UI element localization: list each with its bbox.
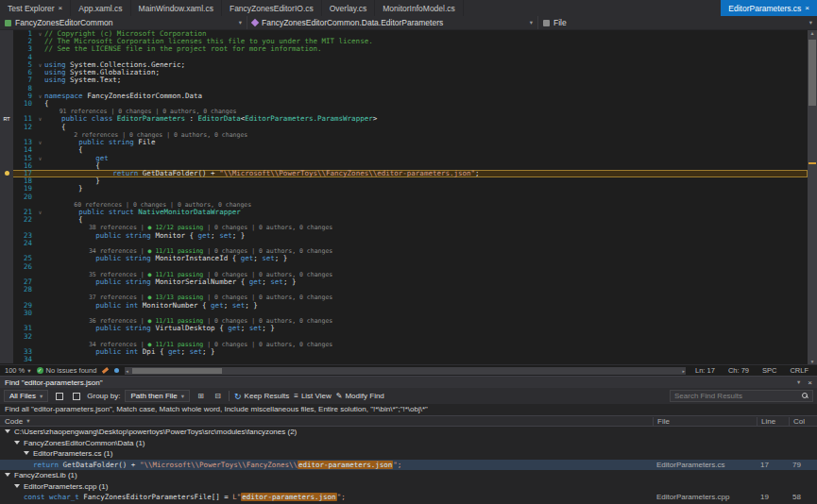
- project-dropdown[interactable]: FancyZonesEditorCommon ▾: [0, 16, 247, 29]
- document-tab[interactable]: MainWindow.xaml.cs: [131, 0, 222, 16]
- scope-dropdown[interactable]: All Files ▾: [4, 390, 48, 402]
- code-line[interactable]: 20: [0, 193, 808, 201]
- expander-icon[interactable]: [5, 429, 10, 433]
- code-line[interactable]: 2// The Microsoft Corporation licenses t…: [0, 38, 808, 45]
- code-line[interactable]: 34: [0, 356, 808, 363]
- fold-chevron-icon[interactable]: ∨: [36, 115, 44, 123]
- code-line[interactable]: 32: [0, 333, 808, 341]
- scrollbar-thumb[interactable]: [132, 368, 222, 374]
- code-line[interactable]: 18 }: [0, 177, 808, 185]
- code-line[interactable]: 1∨// Copyright (c) Microsoft Corporation: [0, 30, 808, 38]
- fold-chevron-icon[interactable]: ∨: [36, 30, 44, 38]
- scroll-down-icon[interactable]: ▼: [808, 359, 817, 364]
- scrollbar-thumb[interactable]: [808, 40, 816, 106]
- find-group-row[interactable]: FancyZonesLib (1): [0, 470, 817, 481]
- code-line[interactable]: 15∨ get: [0, 155, 808, 162]
- code-line[interactable]: 26: [0, 263, 808, 271]
- document-tab[interactable]: FancyZonesEditorIO.cs: [222, 0, 322, 16]
- active-document-tab[interactable]: EditorParameters.cs ×: [721, 0, 817, 16]
- document-tab[interactable]: Overlay.cs: [322, 0, 376, 16]
- expander-icon[interactable]: [5, 473, 10, 477]
- open-file-icon[interactable]: [53, 390, 65, 402]
- expander-icon[interactable]: [14, 441, 20, 445]
- code-line[interactable]: 33 public int Dpi { get; set; }: [0, 348, 808, 356]
- collapse-all-icon[interactable]: ⊟: [212, 390, 224, 402]
- column-col[interactable]: Col: [789, 417, 817, 426]
- keep-results-toggle[interactable]: ↻ Keep Results: [234, 392, 289, 401]
- fold-chevron-icon[interactable]: ∨: [36, 155, 44, 162]
- lightbulb-icon[interactable]: [5, 171, 9, 176]
- type-dropdown[interactable]: FancyZonesEditorCommon.Data.EditorParame…: [247, 16, 538, 29]
- search-input[interactable]: [671, 392, 802, 400]
- zoom-control[interactable]: 100 % ▾: [5, 366, 31, 375]
- find-result-row[interactable]: const wchar_t FancyZonesEditorParameters…: [0, 492, 817, 503]
- find-results-searchbox[interactable]: [670, 390, 813, 402]
- close-icon[interactable]: ×: [59, 4, 63, 12]
- details-icon[interactable]: [114, 368, 119, 373]
- find-group-row[interactable]: EditorParameters.cs (1): [0, 448, 817, 460]
- scroll-right-icon[interactable]: ▸: [683, 367, 686, 375]
- fold-chevron-icon[interactable]: ∨: [36, 139, 44, 146]
- code-editor[interactable]: 1∨// Copyright (c) Microsoft Corporation…: [0, 30, 817, 364]
- codelens-row[interactable]: 34 references | ● 11/11 passing | 0 chan…: [0, 247, 808, 255]
- code-line[interactable]: 14 {: [0, 146, 808, 154]
- code-line[interactable]: 21∨ public struct NativeMonitorDataWrapp…: [0, 209, 808, 216]
- column-code[interactable]: Code: [5, 417, 23, 426]
- code-line[interactable]: 30: [0, 310, 808, 317]
- find-result-row[interactable]: return GetDataFolder() + "\\Microsoft\\P…: [0, 460, 817, 471]
- scroll-left-icon[interactable]: ◂: [126, 367, 128, 375]
- fold-chevron-icon[interactable]: ∨: [36, 61, 44, 69]
- code-line[interactable]: RT11∨ public class EditorParameters : Ed…: [0, 115, 808, 123]
- code-line[interactable]: 28: [0, 286, 808, 294]
- modify-find-button[interactable]: ✎ Modify Find: [336, 392, 384, 400]
- codelens-row[interactable]: 60 references | 0 changes | 0 authors, 0…: [0, 201, 808, 209]
- codelens-row[interactable]: 2 references | 0 changes | 0 authors, 0 …: [0, 131, 808, 139]
- group-by-dropdown[interactable]: Path then File ▾: [125, 390, 190, 402]
- fold-chevron-icon[interactable]: ∨: [36, 92, 44, 100]
- document-tab[interactable]: MonitorInfoModel.cs: [375, 0, 464, 16]
- codelens-row[interactable]: 34 references | ● 11/11 passing | 0 chan…: [0, 341, 808, 348]
- fold-chevron-icon[interactable]: ∨: [36, 209, 44, 216]
- code-line[interactable]: 25 public string MonitorInstanceId { get…: [0, 255, 808, 262]
- filter-icon[interactable]: [70, 390, 82, 402]
- close-icon[interactable]: ×: [805, 4, 809, 12]
- expander-icon[interactable]: [14, 484, 20, 488]
- code-line[interactable]: 9∨namespace FancyZonesEditorCommon.Data: [0, 92, 808, 100]
- code-line[interactable]: 17 return GetDataFolder() + "\\Microsoft…: [0, 170, 808, 177]
- code-line[interactable]: 16 {: [0, 162, 808, 170]
- code-line[interactable]: 23 public string Monitor { get; set; }: [0, 232, 808, 240]
- scroll-up-icon[interactable]: ▲: [808, 30, 817, 36]
- codelens-row[interactable]: 36 references | ● 11/11 passing | 0 chan…: [0, 317, 808, 325]
- code-line[interactable]: 3// See the LICENSE file in the project …: [0, 45, 808, 53]
- code-line[interactable]: 7using System.Text;: [0, 76, 808, 84]
- expander-icon[interactable]: [24, 451, 29, 455]
- column-file[interactable]: File: [653, 417, 757, 426]
- code-line[interactable]: 29 public int MonitorNumber { get; set; …: [0, 302, 808, 310]
- window-menu-icon[interactable]: ▾: [797, 378, 800, 386]
- code-line[interactable]: 4: [0, 54, 808, 61]
- find-group-row[interactable]: FancyZonesEditorCommon\Data (1): [0, 438, 817, 449]
- find-group-row[interactable]: EditorParameters.cpp (1): [0, 481, 817, 493]
- code-line[interactable]: 22 {: [0, 216, 808, 224]
- document-health-indicator[interactable]: ✓ No issues found: [37, 366, 97, 375]
- expand-all-icon[interactable]: ⊞: [195, 390, 207, 402]
- code-line[interactable]: 13∨ public string File: [0, 139, 808, 146]
- find-group-row[interactable]: C:\Users\zhaopengwang\Desktop\powertoys\…: [0, 427, 817, 438]
- close-icon[interactable]: ×: [808, 378, 812, 387]
- code-line[interactable]: 19 }: [0, 185, 808, 193]
- code-line[interactable]: 24: [0, 240, 808, 247]
- document-tab[interactable]: Test Explorer×: [0, 0, 71, 16]
- codelens-row[interactable]: 91 references | 0 changes | 0 authors, 0…: [0, 108, 808, 115]
- code-line[interactable]: 10{: [0, 100, 808, 108]
- code-cleanup-icon[interactable]: [102, 367, 109, 374]
- code-line[interactable]: 27 public string MonitorSerialNumber { g…: [0, 278, 808, 286]
- horizontal-scrollbar[interactable]: ◂ ▸: [125, 367, 686, 375]
- code-line[interactable]: 6using System.Globalization;: [0, 69, 808, 76]
- code-line[interactable]: 31 public string VirtualDesktop { get; s…: [0, 325, 808, 332]
- codelens-row[interactable]: 37 references | ● 13/13 passing | 0 chan…: [0, 294, 808, 301]
- codelens-row[interactable]: 35 references | ● 11/11 passing | 0 chan…: [0, 271, 808, 278]
- document-tab[interactable]: App.xaml.cs: [71, 0, 130, 16]
- codelens-row[interactable]: 38 references | ● 12/12 passing | 0 chan…: [0, 224, 808, 231]
- find-results-titlebar[interactable]: Find "editor-parameters.json" ▾ ×: [0, 377, 817, 388]
- column-line[interactable]: Line: [757, 417, 789, 426]
